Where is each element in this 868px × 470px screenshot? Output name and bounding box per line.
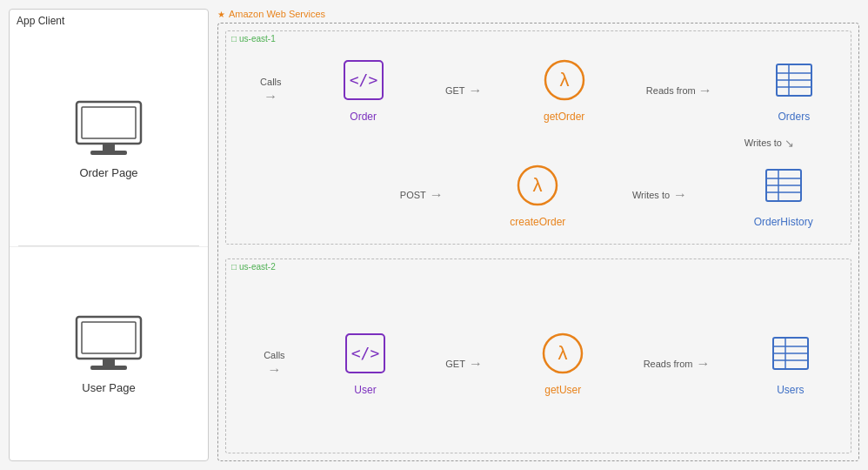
monitor-icon-user	[70, 313, 148, 373]
svg-rect-0	[77, 102, 141, 144]
users-db-box: Users	[768, 331, 813, 396]
app-client-title: App Client	[10, 10, 208, 32]
app-client-panel: App Client Order Page	[9, 9, 209, 461]
main-container: App Client Order Page	[0, 0, 868, 470]
region-label-east1: us-east-1	[226, 31, 851, 46]
aws-label: Amazon Web Services	[217, 9, 859, 19]
order-page-label: Order Page	[79, 166, 137, 179]
lambda-icon-getorder: λ	[542, 57, 587, 106]
reads-from-connector: Reads from →	[646, 83, 712, 98]
get-user-lambda-box: λ getUser	[540, 331, 585, 396]
svg-rect-2	[103, 144, 115, 151]
svg-rect-3	[90, 151, 127, 155]
get-label-user: GET	[445, 359, 465, 369]
api-gateway-icon-user: </>	[343, 331, 388, 379]
create-order-row: POST → λ createOrder	[230, 151, 846, 240]
create-order-lambda-box: λ createOrder	[510, 163, 565, 228]
reads-from-user: Reads from →	[644, 356, 711, 372]
region-label-east2: us-east-2	[226, 259, 851, 274]
calls-label-2: Calls	[264, 350, 284, 360]
calls-arrow: Calls →	[260, 77, 281, 104]
svg-rect-4	[77, 317, 141, 359]
lambda-icon-getuser: λ	[540, 331, 585, 379]
get-order-lambda-box: λ getOrder	[542, 57, 587, 123]
get-order-row: Calls → </> Or	[230, 46, 846, 135]
orders-db-icon	[771, 57, 817, 106]
orderhistory-db-box: OrderHistory	[754, 163, 813, 228]
svg-text:</>: </>	[351, 344, 380, 362]
user-page-item: User Page	[10, 246, 208, 460]
order-gateway-box: </> Order	[341, 57, 386, 123]
svg-rect-5	[82, 322, 136, 353]
get-label: GET	[445, 85, 465, 96]
post-label: POST	[400, 190, 426, 200]
createorder-label: createOrder	[510, 216, 565, 228]
users-db-label: Users	[777, 384, 804, 396]
svg-text:λ: λ	[558, 342, 568, 364]
order-gateway-label: Order	[350, 111, 377, 123]
region-us-east-1: us-east-1 Calls →	[225, 30, 851, 245]
svg-rect-1	[82, 107, 136, 138]
get-user-row: Calls → </> User	[226, 274, 851, 453]
svg-text:</>: </>	[349, 70, 377, 89]
writes-to-top: Writes to ↘	[230, 137, 846, 150]
monitor-icon-order	[70, 98, 148, 158]
writes-to-label: Writes to	[632, 190, 670, 200]
getuser-label: getUser	[544, 384, 581, 396]
writes-to-connector: Writes to →	[632, 187, 687, 203]
users-db-icon	[768, 331, 813, 379]
orders-db-box: Orders	[771, 57, 817, 123]
calls-arrow-user: Calls →	[264, 350, 284, 378]
orders-db-label: Orders	[778, 111, 811, 123]
get-arrow: GET →	[445, 83, 483, 98]
user-page-label: User Page	[82, 381, 135, 394]
calls-gateway-group: Calls →	[260, 77, 281, 104]
svg-text:λ: λ	[559, 69, 569, 91]
app-client-inner: Order Page User Page	[10, 32, 208, 460]
aws-panel: Amazon Web Services us-east-1 Calls →	[217, 9, 859, 461]
region-us-east-2: us-east-2 Calls →	[225, 258, 851, 453]
get-arrow-user: GET →	[445, 356, 483, 372]
svg-rect-7	[90, 366, 127, 370]
calls-label-1: Calls	[260, 77, 281, 87]
user-gateway-box: </> User	[343, 331, 388, 396]
orderhistory-db-label: OrderHistory	[754, 216, 813, 228]
east1-content: Calls → </> Or	[226, 46, 851, 244]
regions-container: us-east-1 Calls →	[217, 23, 859, 461]
post-arrow: POST →	[400, 187, 444, 203]
order-page-item: Order Page	[10, 32, 208, 245]
api-gateway-icon-order: </>	[341, 57, 386, 106]
reads-from-label-user: Reads from	[644, 359, 693, 369]
orderhistory-db-icon	[761, 163, 806, 212]
user-gateway-label: User	[354, 384, 376, 396]
lambda-icon-createorder: λ	[515, 163, 560, 212]
reads-from-label: Reads from	[646, 85, 696, 96]
getorder-label: getOrder	[544, 111, 584, 123]
user-calls-group: Calls →	[264, 350, 284, 378]
svg-rect-6	[103, 359, 115, 366]
svg-text:λ: λ	[533, 174, 543, 196]
writes-to-label-top: Writes to	[744, 138, 782, 148]
